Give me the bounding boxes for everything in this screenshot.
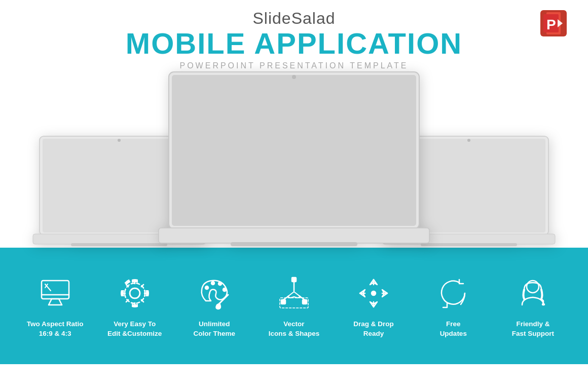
- feature-drag-drop: Drag & DropReady: [336, 273, 412, 339]
- feature-vector-icons: VectorIcons & Shapes: [256, 273, 332, 339]
- svg-line-26: [45, 284, 51, 291]
- brand-title: SlideSalad: [0, 9, 588, 28]
- support-label: Friendly &Fast Support: [512, 320, 554, 339]
- feature-aspect-ratio: Two Aspect Ratio16:9 & 4:3: [17, 273, 93, 339]
- svg-rect-20: [42, 281, 69, 299]
- ppt-icon: P: [539, 9, 568, 37]
- drag-drop-label: Drag & DropReady: [353, 320, 394, 339]
- svg-point-34: [223, 288, 226, 291]
- main-title: MOBILE APPLICATION: [0, 29, 588, 58]
- gear-icon: [115, 273, 155, 314]
- svg-rect-16: [172, 75, 416, 226]
- feature-support: Friendly &Fast Support: [495, 273, 571, 339]
- svg-point-17: [292, 75, 296, 79]
- svg-point-48: [372, 291, 376, 295]
- header-section: P SlideSalad MOBILE APPLICATION POWERPOI…: [0, 0, 588, 70]
- svg-point-33: [218, 282, 222, 285]
- easy-edit-label: Very Easy ToEdit &Customize: [107, 320, 162, 339]
- svg-point-31: [205, 286, 208, 289]
- svg-line-24: [49, 299, 52, 305]
- feature-free-updates: FreeUpdates: [415, 273, 491, 339]
- features-section: Two Aspect Ratio16:9 & 4:3 Very Easy ToE…: [0, 248, 588, 364]
- svg-point-12: [467, 139, 470, 142]
- monitor-icon: [35, 273, 76, 314]
- laptop-center: S slidesalad The Best App Showcase Anywh…: [155, 68, 433, 248]
- aspect-ratio-label: Two Aspect Ratio16:9 & 4:3: [27, 320, 84, 339]
- free-updates-label: FreeUpdates: [440, 320, 467, 339]
- svg-rect-19: [231, 242, 357, 246]
- refresh-icon: [433, 273, 473, 314]
- feature-easy-edit: Very Easy ToEdit &Customize: [97, 273, 173, 339]
- svg-rect-18: [159, 228, 429, 243]
- headset-icon: [512, 273, 553, 314]
- palette-icon: [194, 273, 235, 314]
- svg-point-7: [118, 139, 121, 142]
- svg-point-30: [125, 283, 145, 303]
- svg-point-32: [211, 282, 214, 285]
- svg-line-25: [59, 299, 62, 305]
- vector-icon: [274, 273, 314, 314]
- svg-rect-14: [421, 243, 517, 246]
- vector-icons-label: VectorIcons & Shapes: [269, 320, 320, 339]
- move-icon: [353, 273, 394, 314]
- color-theme-label: UnlimitedColor Theme: [194, 320, 236, 339]
- svg-rect-9: [71, 243, 167, 246]
- feature-color-theme: UnlimitedColor Theme: [176, 273, 252, 339]
- svg-text:P: P: [546, 17, 556, 32]
- laptops-section: Best App Showcase – Top Fe... Enter your…: [0, 75, 588, 248]
- svg-point-29: [130, 288, 140, 298]
- svg-rect-50: [542, 304, 544, 305]
